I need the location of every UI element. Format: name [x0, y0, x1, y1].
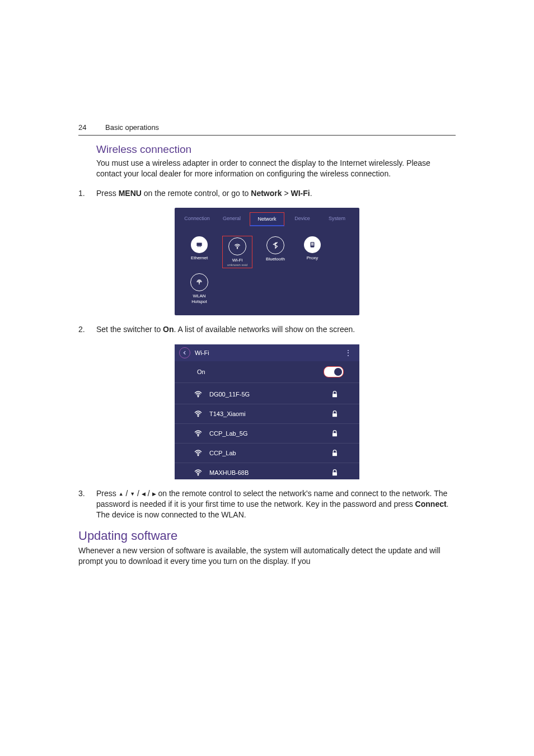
wifi-list-screenshot: Wi-Fi ⋮ On DG00_11F-5G T143_Xiaomi [175, 344, 359, 479]
svg-point-14 [198, 435, 199, 436]
wifi-network-row[interactable]: DG00_11F-5G [175, 383, 359, 404]
svg-rect-2 [199, 246, 199, 248]
lock-icon [330, 468, 339, 477]
svg-point-9 [199, 282, 199, 282]
header-section: Basic operations [105, 123, 159, 132]
tile-ethernet[interactable]: Ethernet [186, 236, 213, 268]
heading-updating: Updating software [78, 529, 456, 543]
network-settings-screenshot: Connection General Network Device System… [175, 208, 359, 315]
svg-point-4 [237, 248, 237, 249]
ethernet-icon [191, 236, 208, 253]
tile-wifi[interactable]: Wi-Fi unknown ssid [223, 236, 252, 268]
arrow-keys-icon: ▲ / ▼ / ◀ / ▶ [119, 489, 156, 498]
svg-point-10 [198, 396, 199, 397]
tile-bluetooth[interactable]: Bluetooth [262, 236, 289, 268]
tab-network[interactable]: Network [250, 212, 284, 226]
svg-rect-8 [311, 245, 314, 245]
svg-rect-11 [332, 394, 337, 397]
wifi-signal-icon [194, 449, 203, 458]
tile-proxy[interactable]: Proxy [299, 236, 326, 268]
wifi-network-row[interactable]: CCP_Lab_5G [175, 424, 359, 443]
lock-icon [330, 449, 339, 458]
wifi-icon [228, 237, 246, 255]
svg-rect-3 [200, 246, 201, 248]
hotspot-icon [190, 273, 208, 291]
svg-rect-17 [332, 452, 337, 456]
svg-rect-7 [311, 244, 314, 245]
step-2: 2. Set the switcher to On. A list of ava… [78, 324, 456, 335]
tab-connection[interactable]: Connection [180, 212, 214, 226]
svg-point-18 [198, 474, 199, 475]
running-header: 24 Basic operations [78, 123, 456, 136]
wifi-signal-icon [194, 468, 203, 477]
tab-general[interactable]: General [215, 212, 249, 226]
page-number: 24 [78, 123, 92, 132]
svg-rect-19 [332, 472, 337, 475]
lock-icon [330, 429, 339, 438]
step-number: 3. [78, 488, 86, 520]
svg-rect-1 [198, 246, 198, 248]
back-button[interactable] [179, 347, 190, 358]
updating-body: Whenever a new version of software is av… [78, 545, 456, 567]
proxy-icon [304, 236, 321, 253]
step-number: 2. [78, 324, 86, 335]
tab-device[interactable]: Device [285, 212, 319, 226]
svg-point-12 [198, 416, 199, 417]
step-number: 1. [78, 188, 86, 199]
svg-point-16 [198, 455, 199, 456]
wifi-network-row[interactable]: CCP_Lab [175, 444, 359, 463]
more-menu-icon[interactable]: ⋮ [344, 348, 355, 357]
wifi-signal-icon [194, 429, 203, 438]
wifi-signal-icon [194, 409, 203, 418]
step-1: 1. Press MENU on the remote control, or … [78, 188, 456, 199]
tile-hotspot[interactable]: WLAN Hotspot [186, 273, 213, 304]
bluetooth-icon [266, 236, 284, 254]
svg-rect-6 [311, 243, 314, 244]
svg-rect-13 [332, 413, 337, 417]
lock-icon [330, 409, 339, 418]
wifi-toggle-label: On [197, 368, 205, 375]
step-3: 3. Press ▲ / ▼ / ◀ / ▶ on the remote con… [78, 488, 456, 520]
wifi-network-row[interactable]: T143_Xiaomi [175, 404, 359, 423]
wifi-network-row[interactable]: MAXHUB-68B [175, 463, 359, 479]
lock-icon [330, 390, 339, 399]
tab-system[interactable]: System [320, 212, 354, 226]
wireless-intro: You must use a wireless adapter in order… [96, 158, 456, 179]
wifi-toggle[interactable] [324, 366, 344, 377]
heading-wireless: Wireless connection [96, 143, 456, 156]
svg-rect-15 [332, 433, 337, 436]
wifi-title: Wi-Fi [195, 349, 209, 356]
wifi-signal-icon [194, 390, 203, 399]
svg-rect-0 [196, 243, 202, 246]
